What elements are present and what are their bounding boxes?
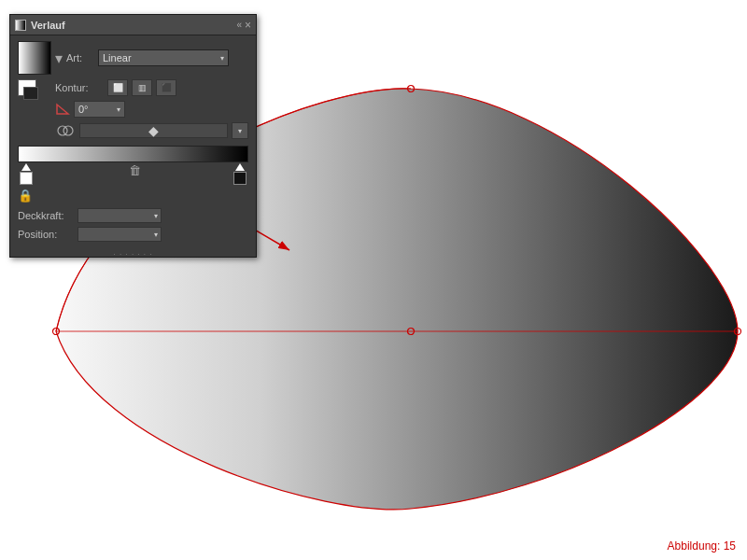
- preview-arrow[interactable]: ▾: [55, 49, 63, 67]
- svg-marker-1: [57, 105, 68, 114]
- deckkraft-value[interactable]: ▾: [78, 208, 162, 223]
- angle-icon: [55, 103, 70, 116]
- white-stop-triangle[interactable]: [21, 163, 31, 171]
- black-stop-triangle[interactable]: [235, 163, 245, 171]
- panel-title-actions: « ×: [236, 19, 251, 32]
- gradient-slider-container: 🗑 🔒: [18, 145, 248, 203]
- reverse-dropdown[interactable]: ▾: [232, 122, 248, 139]
- kontur-btn-2[interactable]: ▥: [132, 79, 152, 96]
- lock-row: 🔒: [18, 189, 248, 203]
- reverse-row: ◆ ▾: [18, 122, 248, 139]
- position-arrow: ▾: [154, 231, 158, 239]
- trash-icon[interactable]: 🗑: [129, 163, 141, 177]
- position-row: Position: ▾: [18, 227, 248, 242]
- position-value[interactable]: ▾: [78, 227, 162, 242]
- close-button[interactable]: ×: [245, 19, 251, 32]
- angle-row: 0° ▾: [18, 101, 248, 118]
- angle-value: 0°: [78, 104, 89, 115]
- kontur-btn-1[interactable]: ⬜: [107, 79, 128, 96]
- angle-dropdown-arrow: ▾: [117, 105, 120, 114]
- deckkraft-row: Deckkraft: ▾: [18, 208, 248, 223]
- black-swatch[interactable]: [23, 87, 38, 100]
- gradient-preview[interactable]: [18, 41, 51, 75]
- art-row: ▾ Art: Linear ▾: [18, 41, 248, 75]
- panel-titlebar: Verlauf « ×: [10, 15, 256, 35]
- type-value: Linear: [103, 52, 132, 63]
- diamond-icon: ◆: [148, 123, 159, 138]
- kontur-row: Kontur: ⬜ ▥ ⬛: [18, 79, 248, 96]
- panel-title: Verlauf: [31, 20, 65, 31]
- position-label: Position:: [18, 229, 74, 240]
- caption-text: Abbildung: 15: [668, 539, 736, 553]
- angle-input[interactable]: 0° ▾: [74, 101, 125, 118]
- collapse-button[interactable]: «: [236, 20, 242, 30]
- kontur-label: Kontur:: [55, 82, 104, 93]
- art-label: Art:: [66, 52, 94, 63]
- kontur-btn-3[interactable]: ⬛: [156, 79, 176, 96]
- black-stop-box[interactable]: [233, 172, 247, 185]
- color-swatches: [18, 79, 51, 96]
- panel-body: ▾ Art: Linear ▾ Kontur: ⬜ ▥ ⬛: [10, 35, 256, 251]
- white-stop-box[interactable]: [20, 172, 33, 185]
- bottom-stops-row: 🗑: [18, 162, 248, 185]
- reverse-icon[interactable]: [55, 123, 76, 138]
- panel-resize-handle[interactable]: · · · · · · ·: [10, 251, 256, 257]
- gradient-title-icon: [15, 20, 26, 31]
- caption: Abbildung: 15: [668, 539, 736, 553]
- gradient-bar[interactable]: [18, 146, 248, 162]
- type-dropdown[interactable]: Linear ▾: [98, 49, 229, 66]
- black-stop-group: [233, 163, 247, 185]
- lock-icon[interactable]: 🔒: [18, 189, 33, 203]
- white-stop-group: [20, 163, 33, 185]
- deckkraft-label: Deckkraft:: [18, 210, 74, 221]
- gradient-panel: Verlauf « × ▾ Art: Linear ▾ Kontur: ⬜: [9, 14, 257, 258]
- svg-point-2: [58, 126, 67, 135]
- panel-title-left: Verlauf: [15, 20, 65, 31]
- svg-point-3: [63, 126, 73, 135]
- midpoint-slider[interactable]: ◆: [79, 123, 228, 138]
- deckkraft-arrow: ▾: [154, 212, 158, 220]
- type-dropdown-arrow: ▾: [220, 54, 224, 63]
- resize-dots: · · · · · · ·: [114, 250, 153, 259]
